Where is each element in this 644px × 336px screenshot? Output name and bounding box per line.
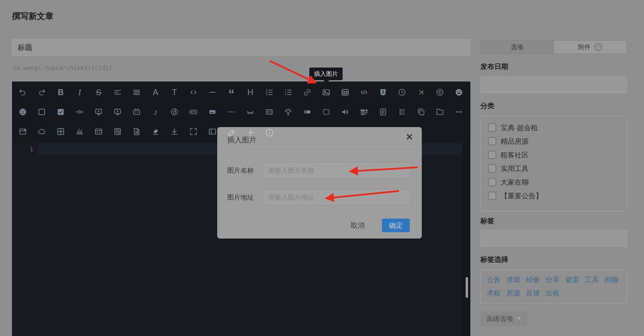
skip-end-icon[interactable] bbox=[411, 83, 430, 102]
inline-code-icon[interactable] bbox=[184, 83, 203, 102]
editor-scrollbar[interactable] bbox=[466, 277, 468, 298]
category-checkbox[interactable] bbox=[488, 178, 496, 186]
redo-icon[interactable] bbox=[32, 83, 51, 102]
category-label: 【重要公告】 bbox=[501, 191, 543, 201]
undo-icon[interactable] bbox=[13, 83, 32, 102]
bilibili-icon[interactable] bbox=[127, 102, 146, 122]
tab-options[interactable]: 选项 bbox=[481, 41, 554, 54]
compose-post-page: 撰写新文章 zu.wongs.top/archives/{cid}/ BISAT… bbox=[0, 0, 644, 336]
post-title-input[interactable] bbox=[12, 39, 470, 56]
tab-attachments[interactable]: 附件 1 bbox=[554, 41, 627, 54]
tag-link[interactable]: 求租 bbox=[487, 286, 501, 300]
category-item[interactable]: 宝典·超会租 bbox=[488, 121, 627, 134]
document-icon[interactable] bbox=[374, 102, 393, 122]
copy-icon[interactable] bbox=[411, 102, 430, 122]
sad-face-icon[interactable] bbox=[13, 102, 32, 122]
check-square-icon[interactable] bbox=[51, 102, 70, 122]
toolbar-row-1: BISAT“H1235 bbox=[12, 83, 470, 102]
tag-link[interactable]: 出租 bbox=[546, 286, 560, 300]
align-icon[interactable] bbox=[127, 83, 146, 102]
button-icon[interactable]: BTN bbox=[184, 102, 203, 122]
eraser-icon[interactable] bbox=[146, 122, 165, 141]
text-icon[interactable]: T bbox=[165, 83, 184, 102]
cloud-upload-icon[interactable] bbox=[32, 122, 51, 141]
copyright-icon[interactable] bbox=[430, 83, 449, 102]
edit-pencil-icon[interactable] bbox=[227, 128, 237, 138]
link-icon[interactable] bbox=[298, 83, 317, 102]
svg-text:3: 3 bbox=[266, 93, 267, 96]
category-checkbox[interactable] bbox=[488, 123, 496, 132]
close-icon[interactable]: ✕ bbox=[405, 132, 413, 142]
image-name-input[interactable] bbox=[263, 162, 411, 179]
tag-link[interactable]: 工具 bbox=[585, 273, 599, 286]
italic-icon[interactable]: I bbox=[70, 83, 89, 102]
category-checkbox[interactable] bbox=[488, 137, 496, 145]
folder-icon[interactable] bbox=[430, 102, 449, 122]
label-icon[interactable] bbox=[203, 102, 222, 122]
toggle-icon[interactable] bbox=[298, 102, 317, 122]
heading-icon[interactable]: H bbox=[241, 83, 260, 102]
category-item[interactable]: 【重要公告】 bbox=[488, 189, 627, 203]
tag-link[interactable]: 避雷 bbox=[565, 273, 579, 286]
table-icon[interactable] bbox=[336, 83, 355, 102]
code-block-icon[interactable] bbox=[355, 83, 374, 102]
code-window-icon[interactable] bbox=[89, 122, 108, 141]
font-icon[interactable]: A bbox=[146, 83, 165, 102]
video-2-icon[interactable] bbox=[108, 102, 127, 122]
category-checkbox[interactable] bbox=[488, 151, 496, 159]
alarm-icon[interactable] bbox=[70, 122, 89, 141]
input-box-icon[interactable] bbox=[260, 102, 279, 122]
tag-link[interactable]: 经验 bbox=[526, 273, 540, 286]
emoji-icon[interactable] bbox=[449, 83, 468, 102]
category-checkbox[interactable] bbox=[488, 164, 496, 173]
layout-icon[interactable] bbox=[355, 102, 374, 122]
ordered-list-icon[interactable]: 123 bbox=[260, 83, 279, 102]
tag-link[interactable]: 房源 bbox=[506, 286, 520, 300]
netease-music-icon[interactable] bbox=[165, 102, 184, 122]
bold-icon[interactable]: B bbox=[51, 83, 70, 102]
category-item[interactable]: 大家在聊 bbox=[488, 175, 627, 189]
fullscreen-icon[interactable] bbox=[184, 122, 203, 141]
markdown-file-icon[interactable]: M bbox=[127, 122, 146, 141]
horizontal-rule-icon[interactable] bbox=[203, 83, 222, 102]
outline-icon[interactable] bbox=[393, 102, 411, 122]
download-icon[interactable] bbox=[165, 122, 184, 141]
category-item[interactable]: 精品房源 bbox=[488, 134, 627, 148]
quote-icon[interactable]: “ bbox=[222, 83, 241, 102]
unordered-list-icon[interactable] bbox=[279, 83, 298, 102]
category-checkbox[interactable] bbox=[488, 192, 496, 200]
grid-table-icon[interactable] bbox=[51, 122, 70, 141]
tag-link[interactable]: 公告 bbox=[487, 273, 501, 286]
tag-link[interactable]: 分享 bbox=[546, 273, 560, 286]
more-icon[interactable] bbox=[222, 102, 241, 122]
tag-link[interactable]: 反馈 bbox=[526, 286, 540, 300]
light-bulb-icon[interactable] bbox=[279, 102, 298, 122]
preview-document-icon[interactable] bbox=[108, 122, 127, 141]
square-icon[interactable] bbox=[32, 102, 51, 122]
info-circle-icon[interactable] bbox=[264, 128, 274, 138]
tag-link[interactable]: 求助 bbox=[506, 273, 520, 286]
category-item[interactable]: 租客社区 bbox=[488, 148, 627, 162]
line-icon[interactable] bbox=[108, 83, 127, 102]
strikethrough-icon[interactable]: S bbox=[89, 83, 108, 102]
audio-icon[interactable] bbox=[336, 102, 355, 122]
dashed-box-icon[interactable] bbox=[317, 102, 336, 122]
panel-window-icon[interactable] bbox=[13, 122, 32, 141]
cancel-button[interactable]: 取消 bbox=[347, 219, 368, 232]
image-icon[interactable] bbox=[317, 83, 336, 102]
tag-link[interactable]: 闲聊 bbox=[604, 273, 618, 286]
hide-text-icon[interactable] bbox=[241, 102, 260, 122]
clock-icon[interactable] bbox=[393, 83, 411, 102]
music-icon[interactable]: ♪ bbox=[146, 102, 165, 122]
node-line-icon[interactable] bbox=[449, 102, 468, 122]
html5-icon[interactable]: 5 bbox=[374, 83, 393, 102]
category-item[interactable]: 实用工具 bbox=[488, 162, 627, 175]
add-plus-icon[interactable] bbox=[245, 128, 255, 138]
tags-input[interactable] bbox=[480, 230, 627, 247]
video-icon[interactable] bbox=[89, 102, 108, 122]
confirm-button[interactable]: 确定 bbox=[382, 219, 410, 232]
pin-icon[interactable] bbox=[70, 102, 89, 122]
publish-date-input[interactable] bbox=[480, 77, 627, 93]
image-url-input[interactable] bbox=[263, 189, 411, 206]
advanced-options-button[interactable]: 高级选项 bbox=[480, 311, 527, 326]
